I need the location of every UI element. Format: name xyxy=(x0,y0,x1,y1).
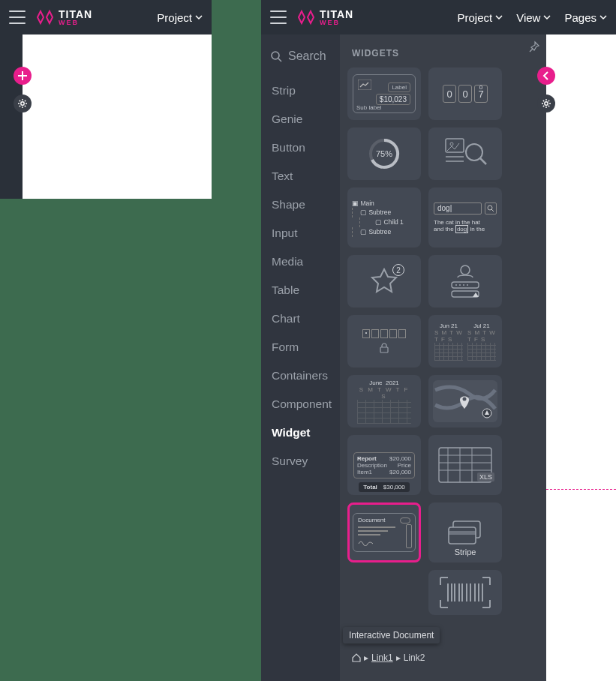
widget-tile-locked[interactable]: • xyxy=(347,315,421,368)
svg-rect-31 xyxy=(453,521,480,538)
home-icon[interactable] xyxy=(352,653,361,662)
svg-rect-33 xyxy=(449,531,476,535)
credit-card-icon xyxy=(447,520,483,545)
login-icon xyxy=(443,262,488,300)
cat-media[interactable]: Media xyxy=(261,248,340,276)
widget-tile-interactive-document[interactable]: Document xyxy=(347,502,421,562)
cat-table[interactable]: Table xyxy=(261,276,340,304)
svg-line-12 xyxy=(491,209,494,212)
chevron-down-icon xyxy=(599,14,607,21)
logo-mark-icon xyxy=(297,8,315,26)
widget-tile-calendar[interactable]: June 2021 S M T W T F S xyxy=(347,375,421,428)
svg-point-6 xyxy=(450,142,453,146)
widget-tile-report[interactable]: Report$20,000 DescriptionPrice Item1$20,… xyxy=(347,435,421,495)
hamburger-icon[interactable] xyxy=(270,10,287,24)
widget-tile-text-search[interactable]: dog| The cat in the hat and the dog in t… xyxy=(428,188,502,248)
cat-genie[interactable]: Genie xyxy=(261,105,340,134)
chevron-left-icon xyxy=(541,70,551,81)
view-menu[interactable]: View xyxy=(516,11,551,24)
widget-tile-date-range[interactable]: Jun 21 S M T W T F S Jul 21 S M T W T F … xyxy=(428,315,502,368)
widget-tile-login[interactable] xyxy=(428,255,502,308)
brand-sub: WEB xyxy=(59,20,92,26)
cat-strip[interactable]: Strip xyxy=(261,76,340,105)
widget-tile-tree[interactable]: ▣ Main ▢ Subtree ▢ Child 1 ▢ Subtree xyxy=(347,188,421,248)
svg-rect-32 xyxy=(449,527,476,544)
left-app-window: TITAN WEB Project xyxy=(0,0,212,199)
map-icon xyxy=(431,379,499,424)
widget-tile-map[interactable] xyxy=(428,375,502,428)
breadcrumb-link1[interactable]: Link1 xyxy=(371,652,393,663)
widget-tile-odometer[interactable]: 0 0 0 7 xyxy=(428,68,502,120)
svg-rect-3 xyxy=(358,80,371,90)
widget-tile-metric[interactable]: Label $10,023 Sub label xyxy=(347,68,421,120)
breadcrumb: ▸ Link1 ▸ Link2 xyxy=(347,652,425,663)
widget-tile-spreadsheet[interactable]: XLS xyxy=(428,435,502,495)
breadcrumb-link2[interactable]: Link2 xyxy=(404,652,425,663)
widget-tile-rating[interactable]: 2 xyxy=(347,255,421,308)
tooltip-interactive-document: Interactive Document xyxy=(343,627,440,644)
hamburger-icon[interactable] xyxy=(9,10,26,24)
gear-icon xyxy=(541,98,551,109)
search-icon xyxy=(270,50,282,62)
trend-up-icon xyxy=(358,80,371,90)
cat-form[interactable]: Form xyxy=(261,333,340,362)
cat-chart[interactable]: Chart xyxy=(261,304,340,333)
svg-point-11 xyxy=(488,206,492,210)
svg-point-15 xyxy=(455,284,457,286)
settings-button[interactable] xyxy=(537,94,555,112)
add-button[interactable] xyxy=(14,67,32,85)
svg-rect-19 xyxy=(452,291,479,297)
left-topbar: TITAN WEB Project xyxy=(0,0,212,34)
brand-name: TITAN xyxy=(59,9,92,20)
panel-title: WIDGETS xyxy=(352,48,539,58)
svg-point-23 xyxy=(482,409,491,418)
svg-rect-14 xyxy=(452,282,479,288)
widget-tile-gauge[interactable]: 75% xyxy=(347,128,421,180)
svg-rect-5 xyxy=(446,139,464,152)
widget-tile-image-search[interactable] xyxy=(428,128,502,180)
svg-point-16 xyxy=(459,284,461,286)
svg-rect-20 xyxy=(380,347,388,352)
signature-icon xyxy=(358,538,376,546)
search-label: Search xyxy=(288,50,326,63)
pages-menu[interactable]: Pages xyxy=(564,11,607,24)
cat-text[interactable]: Text xyxy=(261,162,340,190)
pin-icon[interactable] xyxy=(528,40,540,52)
svg-point-17 xyxy=(463,284,464,286)
project-menu[interactable]: Project xyxy=(157,11,203,24)
plus-icon xyxy=(17,70,28,81)
cat-button[interactable]: Button xyxy=(261,134,340,162)
svg-rect-21 xyxy=(433,380,497,422)
search-row[interactable]: Search xyxy=(261,50,340,76)
image-search-icon xyxy=(443,137,488,170)
brand-logo: TITAN WEB xyxy=(36,8,92,26)
cat-survey[interactable]: Survey xyxy=(261,447,340,476)
cat-shape[interactable]: Shape xyxy=(261,190,340,219)
chevron-down-icon xyxy=(495,14,503,21)
svg-point-13 xyxy=(461,266,470,274)
brand-sub: WEB xyxy=(320,20,353,26)
collapse-button[interactable] xyxy=(537,67,555,85)
widgets-panel: WIDGETS Label $10,023 Sub label 0 0 xyxy=(340,34,546,681)
svg-line-10 xyxy=(480,158,486,164)
logo-mark-icon xyxy=(36,8,54,26)
project-menu-label: Project xyxy=(157,11,192,24)
widget-tile-stripe[interactable]: Stripe xyxy=(428,502,502,562)
cat-component[interactable]: Component xyxy=(261,390,340,418)
widget-tile-barcode[interactable] xyxy=(428,570,502,615)
chevron-down-icon xyxy=(195,14,203,21)
settings-button[interactable] xyxy=(14,94,32,112)
svg-point-44 xyxy=(545,102,548,105)
right-canvas[interactable] xyxy=(546,34,616,681)
search-icon xyxy=(487,205,494,212)
left-canvas[interactable] xyxy=(23,34,212,199)
lock-icon xyxy=(380,343,389,353)
chevron-down-icon xyxy=(543,14,551,21)
right-topbar: TITAN WEB Project View Pages xyxy=(261,0,616,34)
project-menu[interactable]: Project xyxy=(458,11,503,24)
cat-widget[interactable]: Widget xyxy=(261,418,340,447)
svg-point-18 xyxy=(467,284,468,286)
cat-input[interactable]: Input xyxy=(261,219,340,248)
cat-containers[interactable]: Containers xyxy=(261,362,340,390)
brand-name: TITAN xyxy=(320,9,353,20)
